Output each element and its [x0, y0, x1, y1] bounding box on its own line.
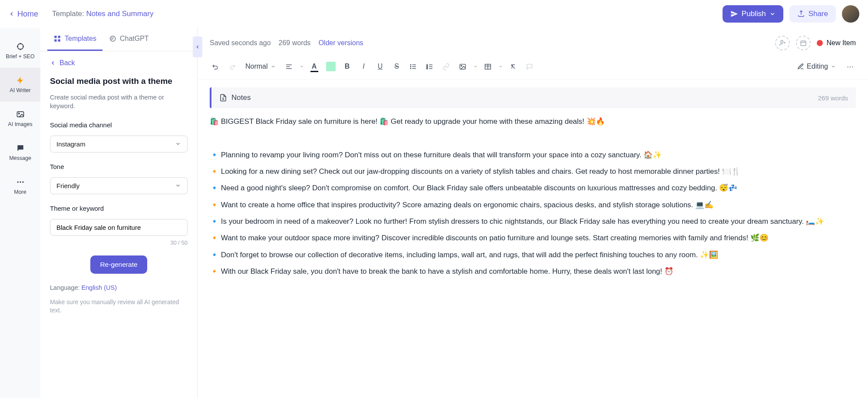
align-dropdown[interactable] — [298, 59, 305, 74]
rail-more[interactable]: More — [0, 169, 40, 203]
status-dot-icon — [817, 40, 823, 46]
svg-point-27 — [410, 68, 411, 69]
status-new-item[interactable]: New Item — [817, 39, 856, 47]
collapse-sidebar-button[interactable] — [193, 36, 202, 57]
template-breadcrumb: Template: Notes and Summary — [52, 10, 153, 18]
rail-brief-seo[interactable]: Brief + SEO — [0, 34, 40, 68]
link-icon — [442, 63, 450, 70]
rail-message[interactable]: Message — [0, 136, 40, 169]
back-label: Back — [59, 59, 75, 67]
editor-area: Saved seconds ago 269 words Older versio… — [198, 28, 868, 398]
svg-point-9 — [20, 181, 21, 182]
panel-title: Social media post with a theme — [50, 76, 188, 86]
more-toolbar-button[interactable]: ⋯ — [843, 59, 858, 74]
chevron-left-icon — [9, 11, 15, 17]
table-button[interactable] — [481, 59, 495, 74]
image-dropdown[interactable] — [472, 59, 479, 74]
chat-bubbles-icon — [109, 35, 116, 43]
image-icon — [459, 63, 466, 70]
publish-button[interactable]: Publish — [723, 5, 783, 23]
image-icon — [16, 110, 25, 119]
highlight-icon — [326, 62, 336, 71]
redo-icon — [228, 63, 236, 70]
language-value[interactable]: English (US) — [82, 284, 117, 291]
svg-point-26 — [410, 66, 411, 66]
link-button[interactable] — [439, 59, 454, 74]
calendar-icon — [800, 40, 807, 46]
add-date-button[interactable] — [796, 36, 811, 50]
table-dropdown[interactable] — [497, 59, 504, 74]
sidebar-panel: Templates ChatGPT Back Social media post… — [40, 28, 198, 398]
bold-button[interactable]: B — [340, 59, 355, 74]
clear-format-button[interactable] — [506, 59, 521, 74]
svg-point-8 — [17, 181, 18, 182]
rail-more-label: More — [14, 189, 26, 195]
list-number-icon: 123 — [426, 63, 433, 70]
rail-ai-images[interactable]: AI Images — [0, 102, 40, 136]
italic-button[interactable]: I — [356, 59, 371, 74]
comment-icon — [526, 63, 533, 70]
redo-button[interactable] — [224, 59, 239, 74]
highlight-button[interactable] — [323, 59, 338, 74]
chevron-left-icon — [195, 44, 200, 50]
editing-mode-value: Editing — [807, 63, 828, 70]
notes-word-count: 269 words — [818, 94, 848, 102]
publish-label: Publish — [742, 10, 766, 18]
share-button[interactable]: Share — [789, 5, 836, 23]
channel-value: Instagram — [56, 140, 86, 148]
align-button[interactable] — [282, 59, 297, 74]
chevron-left-icon — [50, 60, 56, 66]
older-versions-link[interactable]: Older versions — [318, 39, 363, 47]
notes-block-header: Notes 269 words — [210, 87, 856, 108]
image-button[interactable] — [455, 59, 470, 74]
numbered-list-button[interactable]: 123 — [422, 59, 437, 74]
notes-label: Notes — [231, 93, 251, 102]
tone-select[interactable]: Friendly — [50, 177, 188, 194]
undo-icon — [212, 63, 219, 70]
document-body[interactable]: Notes 269 words 🛍️ BIGGEST Black Friday … — [198, 80, 868, 398]
avatar[interactable] — [842, 5, 859, 23]
rail-brief-label: Brief + SEO — [6, 53, 34, 60]
panel-description: Create social media post with a theme or… — [50, 93, 188, 111]
content-line: 🔹 Don't forget to browse our collection … — [210, 249, 856, 261]
content-text[interactable]: 🛍️ BIGGEST Black Friday sale on furnitur… — [210, 116, 856, 277]
language-prefix: Language: — [50, 284, 82, 291]
status-label: New Item — [826, 39, 856, 47]
template-prefix: Template: — [52, 10, 86, 18]
svg-point-7 — [18, 113, 20, 114]
pencil-icon — [797, 63, 804, 70]
tab-templates[interactable]: Templates — [47, 28, 102, 51]
rail-images-label: AI Images — [8, 121, 32, 127]
svg-rect-18 — [801, 41, 806, 46]
list-bullet-icon — [409, 63, 417, 70]
chevron-down-icon — [175, 182, 181, 189]
home-link[interactable]: Home — [9, 10, 38, 19]
rail-ai-writer[interactable]: AI Writer — [0, 68, 40, 102]
theme-label: Theme or keyword — [50, 205, 188, 212]
regenerate-button[interactable]: Re-generate — [90, 255, 147, 274]
theme-input[interactable] — [50, 219, 188, 236]
undo-button[interactable] — [208, 59, 223, 74]
editor-toolbar: Normal A B I U S 123 — [198, 56, 868, 80]
dots-icon — [16, 178, 25, 186]
channel-select[interactable]: Instagram — [50, 136, 188, 153]
add-user-button[interactable] — [775, 36, 790, 50]
svg-rect-14 — [58, 40, 60, 42]
content-line: 🔸 With our Black Friday sale, you don't … — [210, 266, 856, 277]
editing-mode-select[interactable]: Editing — [793, 60, 840, 73]
content-line: 🔹 Planning to revamp your living room? D… — [210, 149, 856, 161]
bullet-list-button[interactable] — [406, 59, 421, 74]
paragraph-style-select[interactable]: Normal — [241, 60, 280, 73]
underline-button[interactable]: U — [373, 59, 388, 74]
template-name[interactable]: Notes and Summary — [86, 10, 153, 18]
text-color-button[interactable]: A — [307, 59, 322, 74]
tab-chatgpt[interactable]: ChatGPT — [102, 28, 155, 51]
target-icon — [16, 42, 25, 51]
home-label: Home — [17, 10, 38, 19]
char-count: 30 / 50 — [50, 239, 188, 246]
back-link[interactable]: Back — [50, 59, 188, 67]
document-icon — [219, 94, 227, 102]
svg-rect-37 — [460, 64, 465, 69]
strikethrough-button[interactable]: S — [389, 59, 404, 74]
comment-button[interactable] — [522, 59, 537, 74]
